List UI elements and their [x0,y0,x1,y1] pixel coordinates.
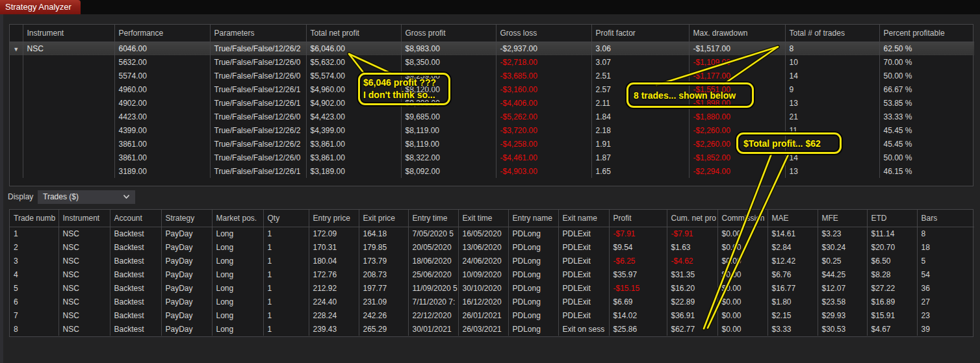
column-header-gross-profit[interactable]: Gross profit [401,25,496,42]
column-header-total-of-trades[interactable]: Total # of trades [785,25,879,42]
annotation-callout-trade-count: 8 trades... shown below [626,82,754,108]
column-header-exit-time[interactable]: Exit time [458,210,508,227]
table-cell: 3 [10,254,58,268]
table-cell: 2.51 [591,69,689,82]
table-cell: -$4.62 [667,254,717,268]
column-header-max-drawdown[interactable]: Max. drawdown [689,25,785,42]
column-header-entry-price[interactable]: Entry price [309,210,359,227]
table-row[interactable]: 3NSCBacktestPayDayLong1180.04173.7918/06… [10,254,974,268]
column-header-etd[interactable]: ETD [867,210,917,227]
column-header-account[interactable]: Account [110,210,161,227]
column-header-performance[interactable]: Performance [114,25,210,42]
table-cell: $8,322.00 [401,151,496,164]
table-row[interactable]: 2NSCBacktestPayDayLong1170.31179.8520/05… [10,240,974,254]
table-cell: 5 [10,281,58,295]
table-cell: NSC [58,240,110,254]
table-cell: 1.87 [591,151,689,164]
table-cell [23,96,114,110]
column-header-mfe[interactable]: MFE [818,210,867,227]
column-header-mae[interactable]: MAE [767,210,818,227]
column-header-exit-price[interactable]: Exit price [359,210,408,227]
table-cell: NSC [58,227,110,240]
table-cell: NSC [58,322,110,336]
table-cell: 11/09/2020 5 [408,281,458,295]
row-gutter [10,96,23,110]
column-header-profit[interactable]: Profit [609,210,667,227]
column-header-market-pos[interactable]: Market pos. [212,210,263,227]
table-row[interactable]: 7NSCBacktestPayDayLong1228.24242.2622/12… [10,308,974,322]
table-row[interactable]: 4423.00True/False/False/12/26/0$4,423.00… [10,110,974,123]
table-cell: 3.07 [591,55,689,69]
table-cell: 8 [785,42,879,55]
table-cell: -$1,109.00 [689,55,785,69]
table-cell: 7 [10,308,58,322]
table-cell: $35.97 [609,268,667,281]
table-row[interactable]: ▼NSC6046.00True/False/False/12/26/2$6,04… [10,42,974,55]
column-header-exit-name[interactable]: Exit name [558,210,609,227]
table-row[interactable]: 4960.00True/False/False/12/26/1$4,960.00… [10,82,974,96]
annotation-callout-net-profit: $6,046 profit ??? I don't think so... [358,73,450,105]
column-header-instrument[interactable]: Instrument [23,25,114,42]
table-row[interactable]: 5574.00True/False/False/12/26/0$5,574.00… [10,69,974,82]
table-cell: $29.93 [818,308,867,322]
table-cell: 170.31 [309,240,359,254]
table-cell: 46.15 % [879,164,974,178]
table-cell: 5574.00 [114,69,210,82]
row-expander-icon[interactable]: ▼ [10,42,23,55]
column-header-instrument[interactable]: Instrument [58,210,110,227]
table-cell: $1.63 [667,240,717,254]
table-row[interactable]: 4902.00True/False/False/12/26/1$4,902.00… [10,96,974,110]
table-cell: NSC [23,42,114,55]
column-header-percent-profitable[interactable]: Percent profitable [879,25,974,42]
table-cell: Backtest [110,227,161,240]
table-cell [23,55,114,69]
table-row[interactable]: 6NSCBacktestPayDayLong1224.40231.097/11/… [10,295,974,308]
table-cell: 242.26 [359,308,408,322]
table-cell: NSC [58,295,110,308]
table-row[interactable]: 5632.00True/False/False/12/26/0$5,632.00… [10,55,974,69]
table-row[interactable]: 1NSCBacktestPayDayLong1172.09164.187/05/… [10,227,974,240]
table-cell: Long [212,281,263,295]
table-cell: 1 [263,254,309,268]
table-row[interactable]: 8NSCBacktestPayDayLong1239.43265.2930/01… [10,322,974,336]
table-cell: 18 [917,240,974,254]
strategy-analyzer-tab[interactable]: Strategy Analyzer [0,0,81,14]
table-cell: $9,685.00 [401,110,496,123]
column-header-bars[interactable]: Bars [917,210,974,227]
table-cell: 179.85 [359,240,408,254]
table-cell: -$1,517.00 [689,42,785,55]
table-cell [23,151,114,164]
column-header-total-net-profit[interactable]: Total net profit [306,25,401,42]
table-row[interactable]: 3189.00True/False/False/12/26/1$3,189.00… [10,164,974,178]
table-cell: $3,189.00 [306,164,401,178]
table-cell [23,164,114,178]
strategy-analyzer-window: Strategy Analyzer InstrumentPerformanceP… [0,0,980,363]
column-header-cum-net-pro[interactable]: Cum. net pro [667,210,717,227]
table-cell: 1 [10,227,58,240]
table-cell: $6,046.00 [306,42,401,55]
column-header-trade-numb[interactable]: Trade numb [10,210,58,227]
column-header-entry-name[interactable]: Entry name [508,210,558,227]
table-cell: $3,861.00 [306,151,401,164]
column-header-profit-factor[interactable]: Profit factor [591,25,689,42]
table-cell: True/False/False/12/26/0 [210,69,306,82]
row-gutter [10,55,23,69]
table-cell: 26/01/2021 [458,308,508,322]
table-cell: 1.65 [591,164,689,178]
table-cell: $4.67 [867,322,917,336]
column-header-parameters[interactable]: Parameters [210,25,306,42]
column-header-qty[interactable]: Qty [263,210,309,227]
column-header-entry-time[interactable]: Entry time [408,210,458,227]
table-cell: 7/05/2020 5 [408,227,458,240]
table-row[interactable]: 4NSCBacktestPayDayLong1172.76208.7325/06… [10,268,974,281]
display-mode-select[interactable]: Trades ($) [38,190,135,204]
column-header-commission[interactable]: Commission [717,210,767,227]
column-header-strategy[interactable]: Strategy [161,210,212,227]
annotation-text-line: $6,046 profit ??? [363,77,445,89]
table-cell: 9 [785,82,879,96]
table-cell: PDLExit [558,295,609,308]
table-row[interactable]: 5NSCBacktestPayDayLong1212.92197.7711/09… [10,281,974,295]
table-cell: Exit on sess [558,322,609,336]
table-cell: 66.67 % [879,82,974,96]
column-header-gross-loss[interactable]: Gross loss [496,25,591,42]
